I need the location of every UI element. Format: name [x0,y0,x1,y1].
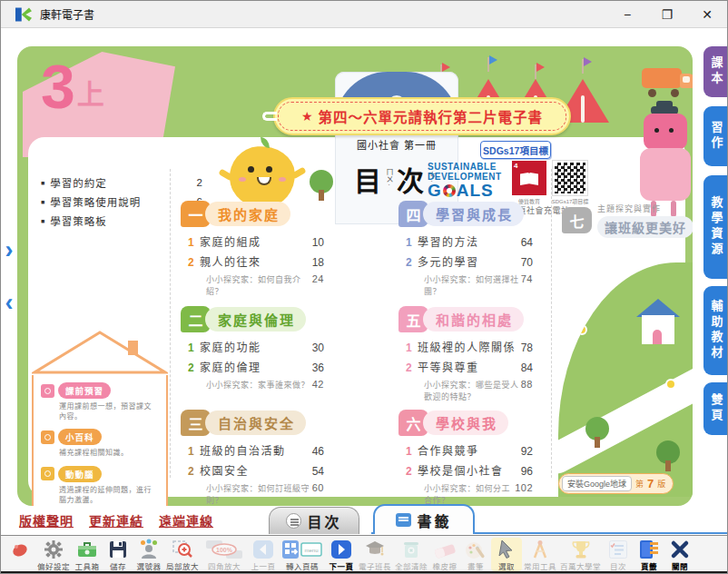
lesson-row[interactable]: 2 學校是個小社會 96 [406,462,533,478]
minimize-button[interactable]: − [607,1,647,28]
sdgs-logo-line1: SUSTAINABLE [428,163,502,173]
lesson-title: 多元的學習 [418,253,479,269]
zoom-area-icon [171,539,194,560]
toolbar-preferences[interactable]: 偏好設定 [35,538,72,571]
star-icon: ★ [301,109,313,124]
toolbar-brush[interactable]: 畫筆 [460,538,491,571]
toolbar-save[interactable]: 儲存 [103,538,133,571]
explorer-row[interactable]: 小小探究家：如何訂班級守則？ 60 [206,482,324,506]
lesson-page: 10 [312,236,324,249]
goto-page-icon: menu [281,539,323,560]
unit-5: 五 和諧的相處 1 班級裡的人際關係 78 2 平等與尊重 84 小小探究家：哪… [398,306,533,402]
next-arrow[interactable]: › [2,239,16,262]
unit-4: 四 學習與成長 1 學習的方法 64 2 多元的學習 70 小小探究家：如何選擇… [398,201,533,297]
explorer-label: 小小探究家：如何選擇社團？ [424,273,521,297]
lesson-row[interactable]: 2 校園安全 54 [188,462,324,478]
unit-5-title[interactable]: 和諧的相處 [423,307,524,332]
trash-icon [399,539,423,560]
google-earth-text: 安裝Google地球 [562,476,632,491]
lesson-number: 2 [188,256,200,269]
lesson-number: 2 [406,256,418,269]
toolbar-label: 畫筆 [467,560,484,571]
bookmark-tab-label: 書籤 [417,510,451,531]
banner-text: 第四～六單元請執行第二片電子書 [319,106,544,126]
update-link[interactable]: 更新連結 [89,511,143,529]
explorer-page: 88 [521,379,533,390]
lesson-row[interactable]: 2 親人的往來 18 [188,253,324,269]
explorer-row[interactable]: 小小探究家：哪些是受人歡迎的特點？ 88 [424,379,533,402]
toolbar-quiz[interactable]: 百萬大學堂 [558,538,603,571]
unit-3-title[interactable]: 自治與安全 [205,411,306,435]
tab-textbook[interactable]: 課本 [703,46,728,97]
explorer-page: 102 [515,482,533,493]
page-tabs-icon [637,539,661,560]
toolbar-stamp[interactable] [5,538,35,560]
prev-arrow[interactable]: ‹ [2,292,16,315]
toolbar-eraser[interactable]: 橡皮擦 [429,538,460,571]
unit-2-title[interactable]: 家庭與倫理 [205,307,306,332]
unit-7-title[interactable]: 讓班級更美好 [597,216,693,238]
front-matter-item[interactable]: ■ 學習策略板 25 [41,213,202,228]
explorer-label: 小小探究家：如何分工合作？ [424,482,515,506]
toolbar-close[interactable]: 關閉 [664,538,695,571]
front-matter-item[interactable]: ■ 學習策略使用說明 6 [41,194,202,209]
trophy-icon [569,539,593,560]
lesson-row[interactable]: 2 多元的學習 70 [406,253,533,269]
explorer-row[interactable]: 小小探究家：如何分工合作？ 102 [424,482,533,506]
sdgs-goals-button[interactable]: SDGs17項目標 [480,141,551,159]
lesson-row[interactable]: 1 家庭的組成 10 [188,233,324,249]
toolbar-prev-page[interactable]: 上一頁 [248,538,279,571]
toolbar-next-page[interactable]: 下一頁 [326,538,357,571]
tab-auxiliary-materials[interactable]: 輔助教材 [703,286,728,375]
toolbar-goto-page[interactable]: menu 轉入頁碼 [279,538,326,571]
lesson-row[interactable]: 1 學習的方法 64 [406,233,533,249]
banner-hook-decoration [262,112,277,121]
lightbulb-icon [41,467,54,480]
unit-6-title[interactable]: 學校與我 [423,411,508,435]
svg-text:100%: 100% [216,547,233,553]
maximize-button[interactable]: ❐ [647,1,687,28]
explorer-row[interactable]: 小小探究家：如何選擇社團？ 74 [424,273,533,297]
gear-icon [42,539,65,560]
toolbar-clear-all[interactable]: 全部清除 [393,538,429,571]
toolbar-zoom-corner[interactable]: 100% 四角放大 [201,538,248,571]
lesson-title: 班級裡的人際關係 [418,339,516,354]
tab-teaching-resources[interactable]: 教學資源 [703,175,728,279]
remote-connect-link[interactable]: 遠端連線 [159,511,213,529]
front-item-label: 學習的約定 [50,175,107,190]
explorer-row[interactable]: 小小探究家：家事誰來做？ 42 [206,379,324,391]
lesson-page: 78 [521,341,533,354]
sdgs-logo-goals-g: G [428,182,442,200]
lesson-number: 2 [406,465,418,478]
toolbar-page-tabs[interactable]: 頁籤 [634,538,664,571]
toolbar-label: 頁籤 [641,560,657,571]
lesson-row[interactable]: 1 家庭的功能 30 [188,339,324,354]
toolbar-toc[interactable]: 目次 [603,538,634,571]
lesson-row[interactable]: 1 合作與競爭 92 [406,442,533,458]
unit-1-title[interactable]: 我的家庭 [205,202,290,226]
lesson-row[interactable]: 1 班級的自治活動 46 [188,442,324,458]
explorer-row[interactable]: 小小探究家：如何自我介紹？ 24 [206,273,324,297]
lesson-page: 70 [521,256,533,269]
lesson-row[interactable]: 2 家庭的倫理 36 [188,359,324,374]
toolbar-label: 常用工具 [524,560,556,571]
unit-4-title[interactable]: 學習與成長 [423,202,524,226]
toolbar-class-leader[interactable]: 電子班長 [357,538,393,571]
legend-item-wiki: 小百科 補充課程相關知識。 [41,429,159,458]
sdg4-education-badge: 4 [512,161,546,195]
bottom-tab-bookmark[interactable]: 書籤 [373,504,475,534]
toolbar-select[interactable]: 選取 [491,538,522,571]
close-button[interactable]: ✕ [687,1,727,28]
lesson-row[interactable]: 2 平等與尊重 84 [406,359,533,374]
front-matter-item[interactable]: ■ 學習的約定 2 [41,175,202,190]
copyright-link[interactable]: 版權聲明 [19,511,74,529]
bottom-tab-toc[interactable]: 目次 [269,507,359,534]
toolbar-zoom-area[interactable]: 局部放大 [164,538,201,571]
toolbar-common-tools[interactable]: 常用工具 [522,538,558,571]
toolbar-number-picker[interactable]: 選號器 [133,538,164,571]
legend-item-brain: 動動腦 透過課程的延伸問題，進行腦力激盪。 [41,466,159,505]
lesson-row[interactable]: 1 班級裡的人際關係 78 [406,339,533,354]
tab-double-page[interactable]: 雙頁 [703,382,728,435]
tab-workbook[interactable]: 習作 [703,106,728,166]
toolbar-toolbox[interactable]: 工具箱 [72,538,103,571]
